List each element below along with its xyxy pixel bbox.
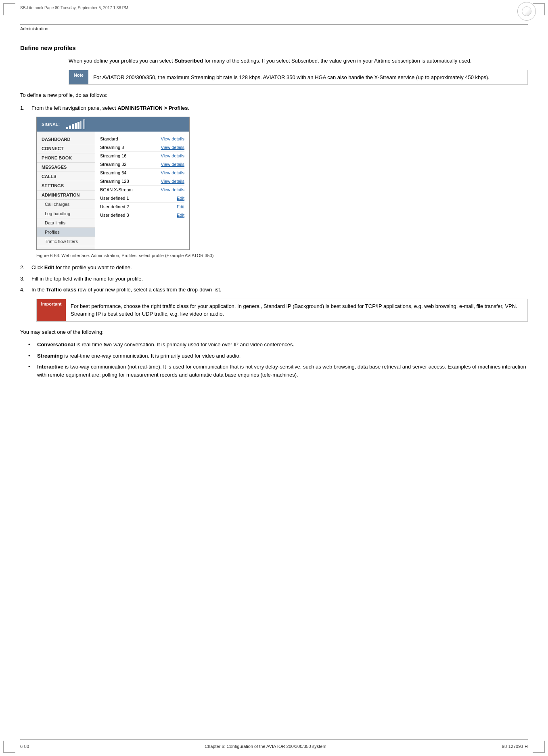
important-container: Important For best performance, choose t… <box>36 299 528 322</box>
nav-calls[interactable]: CALLS <box>37 172 95 181</box>
bullet-conversational-text: is real-time two-way conversation. It is… <box>77 341 295 348</box>
nav-administration[interactable]: ADMINISTRATION <box>37 191 95 200</box>
profile-row-bgan: BGAN X-Stream View details <box>100 186 184 194</box>
profile-label-user1: User defined 1 <box>100 196 129 201</box>
step-3: 3. Fill in the top field with the name f… <box>20 275 528 283</box>
note-box: Note For AVIATOR 200/300/350, the maximu… <box>69 70 528 85</box>
view-details-standard[interactable]: View details <box>161 136 185 141</box>
footer-chapter: Chapter 6: Configuration of the AVIATOR … <box>205 744 326 749</box>
nav-dashboard[interactable]: DASHBOARD <box>37 135 95 144</box>
footer-doc-num: 98-127093-H <box>502 744 528 749</box>
compass-inner <box>522 6 531 16</box>
profile-label-user3: User defined 3 <box>100 213 129 218</box>
bullet-list: Conversational is real-time two-way conv… <box>28 341 528 379</box>
nav-phone-book[interactable]: PHONE BOOK <box>37 153 95 163</box>
edit-user2[interactable]: Edit <box>177 204 184 209</box>
profile-row-streaming8: Streaming 8 View details <box>100 143 184 152</box>
footer-rule <box>20 739 528 740</box>
signal-bar-7 <box>83 119 85 129</box>
note-content: For AVIATOR 200/300/350, the maximum Str… <box>88 70 494 85</box>
view-details-bgan[interactable]: View details <box>161 187 185 192</box>
section-label: Administration <box>20 26 528 31</box>
compass-decoration <box>517 2 536 21</box>
nav-connect[interactable]: CONNECT <box>37 144 95 153</box>
step-4-text: In the <box>31 287 46 293</box>
note-label: Note <box>69 70 88 85</box>
step-3-num: 3. <box>20 275 28 283</box>
step-2: 2. Click Edit for the profile you want t… <box>20 264 528 272</box>
page-footer: 6-80 Chapter 6: Configuration of the AVI… <box>20 744 528 749</box>
corner-bl-decoration <box>3 741 15 753</box>
view-details-streaming16[interactable]: View details <box>161 153 185 158</box>
signal-bar-6 <box>80 121 82 129</box>
step-2-content: Click Edit for the profile you want to d… <box>31 264 132 272</box>
intro-text: When you define your profiles you can se… <box>69 58 174 64</box>
figure-caption: Figure 6-63: Web interface. Administrati… <box>36 253 528 258</box>
important-box: Important For best performance, choose t… <box>36 299 528 322</box>
ui-screenshot: SIGNAL: DASHB <box>36 117 190 250</box>
nav-profiles[interactable]: Profiles <box>37 228 95 237</box>
profile-label-bgan: BGAN X-Stream <box>100 187 133 192</box>
bullet-intro: You may select one of the following: <box>20 328 528 336</box>
corner-tl-decoration <box>3 3 15 15</box>
nav-settings[interactable]: SETTINGS <box>37 181 95 191</box>
edit-user3[interactable]: Edit <box>177 213 184 218</box>
intro-paragraph: When you define your profiles you can se… <box>69 57 528 65</box>
step-1-num: 1. <box>20 104 28 112</box>
bullet-streaming-text: is real-time one-way communication. It i… <box>64 353 241 359</box>
book-meta-text: SB-Lite.book Page 80 Tuesday, September … <box>20 6 128 10</box>
view-details-streaming32[interactable]: View details <box>161 162 185 167</box>
step-4-bold: Traffic class <box>46 287 76 293</box>
step-4-num: 4. <box>20 286 28 294</box>
profile-row-streaming64: Streaming 64 View details <box>100 169 184 177</box>
bullet-streaming: Streaming is real-time one-way communica… <box>28 352 528 360</box>
view-details-streaming64[interactable]: View details <box>161 170 185 175</box>
page-container: SB-Lite.book Page 80 Tuesday, September … <box>0 0 548 756</box>
signal-label: SIGNAL: <box>42 122 60 127</box>
ui-content-area: Standard View details Streaming 8 View d… <box>95 132 189 249</box>
signal-bar-2 <box>69 126 71 129</box>
profile-label-streaming16: Streaming 16 <box>100 153 126 158</box>
step-2-num: 2. <box>20 264 28 272</box>
bullet-conversational: Conversational is real-time two-way conv… <box>28 341 528 349</box>
step-1-content: From the left navigation pane, select AD… <box>31 104 189 112</box>
nav-data-limits[interactable]: Data limits <box>37 218 95 228</box>
nav-messages[interactable]: MESSAGES <box>37 163 95 172</box>
step-1-bold: ADMINISTRATION > Profiles <box>117 105 188 111</box>
signal-bars <box>66 119 85 129</box>
profile-label-streaming128: Streaming 128 <box>100 179 129 184</box>
step-2-bold: Edit <box>44 264 54 270</box>
profile-label-streaming64: Streaming 64 <box>100 170 126 175</box>
ui-nav: DASHBOARD CONNECT PHONE BOOK MESSAGES CA… <box>37 132 95 249</box>
steps-intro: To define a new profile, do as follows: <box>20 91 528 99</box>
steps-list: 1. From the left navigation pane, select… <box>20 104 528 112</box>
nav-traffic-flow-filters[interactable]: Traffic flow filters <box>37 237 95 246</box>
bullet-interactive-content: Interactive is two-way communication (no… <box>37 363 528 379</box>
bullet-conversational-content: Conversational is real-time two-way conv… <box>37 341 294 349</box>
bullet-streaming-content: Streaming is real-time one-way communica… <box>37 352 241 360</box>
profile-row-streaming16: Streaming 16 View details <box>100 152 184 160</box>
view-details-streaming128[interactable]: View details <box>161 179 185 184</box>
bullet-interactive: Interactive is two-way communication (no… <box>28 363 528 379</box>
view-details-streaming8[interactable]: View details <box>161 145 185 150</box>
nav-log-handling[interactable]: Log handling <box>37 209 95 218</box>
step-1: 1. From the left navigation pane, select… <box>20 104 528 112</box>
bullet-streaming-bold: Streaming <box>37 353 63 359</box>
signal-bar-1 <box>66 127 68 129</box>
step-1-end: . <box>188 105 189 111</box>
indented-content: When you define your profiles you can se… <box>69 57 528 85</box>
step-3-text: Fill in the top field with the name for … <box>31 275 143 283</box>
profile-label-standard: Standard <box>100 136 118 141</box>
nav-call-charges[interactable]: Call charges <box>37 200 95 209</box>
main-content: Define new profiles When you define your… <box>20 36 528 732</box>
edit-user1[interactable]: Edit <box>177 196 184 201</box>
step-2-text: Click <box>31 264 44 270</box>
bullet-interactive-text: is two-way communication (not real-time)… <box>37 364 526 378</box>
intro-end: for many of the settings. If you select … <box>203 58 472 64</box>
step-4-end: row of your new profile, select a class … <box>76 287 221 293</box>
signal-bar-4 <box>75 123 77 129</box>
important-content: For best performance, choose the right t… <box>66 299 527 321</box>
profile-label-user2: User defined 2 <box>100 204 129 209</box>
bullet-interactive-bold: Interactive <box>37 364 63 370</box>
step-2-end: for the profile you want to define. <box>54 264 132 270</box>
